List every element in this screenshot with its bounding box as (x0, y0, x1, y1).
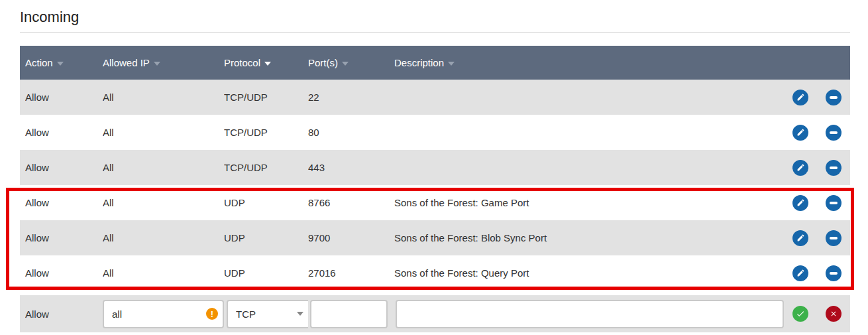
remove-rule-button[interactable] (826, 125, 841, 141)
column-header-protocol[interactable]: Protocol (224, 57, 308, 68)
cell-protocol: TCP/UDP (224, 92, 308, 103)
cell-description: Sons of the Forest: Blob Sync Port (394, 232, 784, 243)
protocol-select[interactable]: TCP (227, 300, 308, 328)
incoming-section: Incoming ActionAllowed IPProtocolPort(s)… (20, 0, 850, 332)
cell-protocol: TCP/UDP (224, 127, 308, 138)
column-header-label: Port(s) (308, 57, 338, 68)
description-input[interactable] (396, 300, 784, 328)
edit-rule-button[interactable] (792, 125, 808, 141)
pencil-icon (796, 93, 805, 101)
cell-action: Allow (25, 127, 103, 138)
edit-rule-button[interactable] (792, 195, 808, 211)
cell-description: Sons of the Forest: Query Port (394, 267, 784, 279)
pencil-icon (796, 163, 805, 172)
remove-rule-button[interactable] (826, 230, 841, 246)
cell-actions (784, 265, 850, 281)
cell-ports: 27016 (308, 267, 394, 279)
cell-actions (784, 125, 850, 141)
column-header-label: Allowed IP (103, 57, 150, 68)
cell-ports: 8766 (308, 197, 394, 208)
remove-rule-button[interactable] (826, 265, 841, 281)
cell-actions (784, 90, 850, 105)
cell-action: Allow (25, 197, 103, 208)
cell-new-allowed-ip: ! (103, 300, 224, 328)
cell-new-actions (784, 306, 850, 322)
cell-new-protocol: TCP (224, 300, 308, 328)
cell-ports: 9700 (308, 232, 394, 243)
cell-allowed-ip: All (103, 127, 224, 138)
table-header-row: ActionAllowed IPProtocolPort(s)Descripti… (20, 46, 850, 80)
cell-allowed-ip: All (103, 232, 224, 243)
cell-actions (784, 195, 850, 211)
sort-caret-icon (57, 62, 64, 66)
sort-caret-icon (154, 62, 160, 66)
sort-caret-icon (448, 62, 455, 66)
sort-caret-icon (264, 62, 271, 66)
pencil-icon (796, 234, 805, 242)
column-header-label: Protocol (224, 57, 260, 68)
remove-rule-button[interactable] (826, 90, 841, 105)
cell-ports: 80 (308, 127, 394, 138)
cell-allowed-ip: All (103, 162, 224, 173)
add-rule-row: Allow ! TCP (20, 295, 850, 332)
edit-rule-button[interactable] (792, 160, 808, 176)
minus-icon (830, 96, 838, 99)
cell-allowed-ip: All (103, 267, 224, 279)
cell-protocol: UDP (224, 197, 308, 208)
cell-allowed-ip: All (103, 92, 224, 103)
table-row: Allow All TCP/UDP 443 (20, 150, 850, 185)
cancel-add-rule-button[interactable] (826, 306, 841, 322)
cell-protocol: UDP (224, 267, 308, 279)
column-header-action[interactable]: Action (25, 57, 103, 68)
cell-action: Allow (25, 162, 103, 173)
pencil-icon (796, 128, 805, 137)
cell-actions (784, 230, 850, 246)
cell-allowed-ip: All (103, 197, 224, 208)
sort-caret-icon (342, 62, 349, 66)
cell-action: Allow (25, 232, 103, 243)
edit-rule-button[interactable] (792, 90, 808, 105)
cell-new-ports (308, 300, 394, 328)
table-row: Allow All TCP/UDP 22 (20, 80, 850, 115)
remove-rule-button[interactable] (826, 195, 841, 211)
pencil-icon (796, 269, 805, 277)
cross-icon (830, 310, 838, 318)
ports-input[interactable] (310, 300, 388, 328)
minus-icon (830, 202, 838, 204)
edit-rule-button[interactable] (792, 265, 808, 281)
cell-new-action: Allow (25, 308, 103, 320)
edit-rule-button[interactable] (792, 230, 808, 246)
table-row: Allow All UDP 27016 Sons of the Forest: … (20, 255, 850, 291)
minus-icon (830, 131, 838, 134)
column-header-port-s[interactable]: Port(s) (308, 57, 394, 68)
table-row: Allow All UDP 8766 Sons of the Forest: G… (20, 185, 850, 220)
minus-icon (830, 167, 838, 169)
warning-icon: ! (206, 308, 218, 320)
table-row: Allow All TCP/UDP 80 (20, 115, 850, 150)
pencil-icon (796, 198, 805, 207)
cell-protocol: UDP (224, 232, 308, 243)
cell-new-description (394, 300, 784, 328)
section-title: Incoming (20, 0, 850, 33)
table-body: Allow All TCP/UDP 22 Allow All TCP/UDP 8… (20, 80, 850, 291)
cell-ports: 22 (308, 92, 394, 103)
cell-ports: 443 (308, 162, 394, 173)
column-header-label: Action (25, 57, 53, 68)
firewall-rules-table: ActionAllowed IPProtocolPort(s)Descripti… (20, 46, 850, 332)
cell-description: Sons of the Forest: Game Port (394, 197, 784, 208)
column-header-label: Description (394, 57, 444, 68)
cell-action: Allow (25, 267, 103, 279)
confirm-add-rule-button[interactable] (792, 306, 808, 322)
column-header-description[interactable]: Description (394, 57, 784, 68)
check-icon (796, 309, 805, 318)
minus-icon (830, 237, 838, 239)
table-row: Allow All UDP 9700 Sons of the Forest: B… (20, 220, 850, 255)
cell-protocol: TCP/UDP (224, 162, 308, 173)
cell-actions (784, 160, 850, 176)
cell-action: Allow (25, 92, 103, 103)
remove-rule-button[interactable] (826, 160, 841, 176)
minus-icon (830, 272, 838, 275)
column-header-allowed-ip[interactable]: Allowed IP (103, 57, 224, 68)
